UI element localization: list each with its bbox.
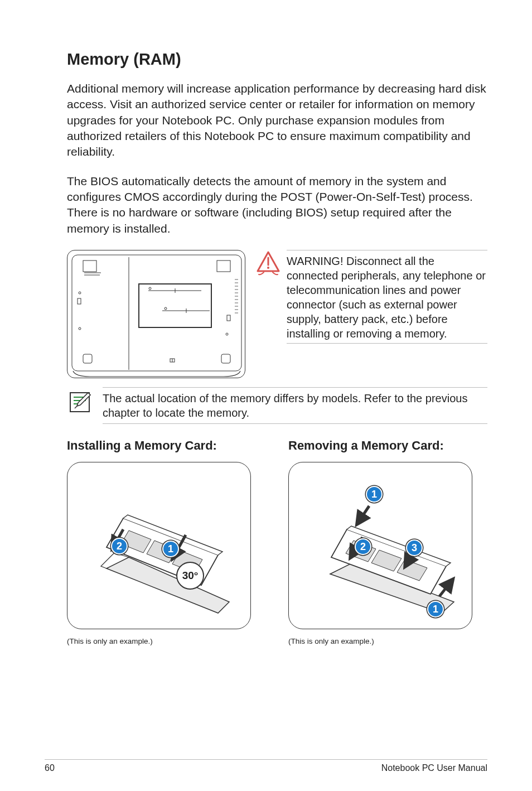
- svg-point-6: [149, 287, 151, 290]
- step-badge-1: 1: [162, 541, 179, 557]
- svg-point-23: [79, 292, 81, 294]
- section-heading: Memory (RAM): [67, 50, 487, 69]
- remove-memory-diagram: 1 2 3 1: [288, 462, 472, 629]
- warning-icon: [255, 250, 281, 278]
- svg-point-7: [165, 307, 167, 310]
- intro-paragraph-2: The BIOS automatically detects the amoun…: [67, 173, 487, 237]
- remove-caption: (This is only an example.): [288, 637, 487, 645]
- angle-badge: 30°: [176, 562, 204, 590]
- footer-page-number: 60: [45, 763, 55, 773]
- step-badge-3: 3: [406, 539, 423, 556]
- step-badge-2: 2: [111, 538, 128, 554]
- note-icon: [67, 387, 93, 417]
- svg-point-24: [79, 327, 81, 330]
- step-badge-2: 2: [355, 538, 371, 555]
- svg-rect-27: [78, 298, 81, 304]
- svg-rect-11: [217, 261, 230, 272]
- svg-rect-0: [72, 255, 241, 371]
- svg-rect-28: [83, 354, 92, 363]
- svg-point-25: [226, 333, 228, 335]
- install-heading: Installing a Memory Card:: [67, 438, 266, 453]
- laptop-bottom-diagram: [67, 250, 245, 378]
- install-memory-diagram: 2 1 30°: [67, 462, 251, 629]
- footer-manual-title: Notebook PC User Manual: [381, 763, 487, 773]
- step-badge-1-top: 1: [366, 486, 383, 503]
- svg-rect-29: [221, 354, 230, 363]
- svg-rect-8: [83, 261, 96, 272]
- svg-rect-26: [227, 315, 230, 321]
- svg-point-34: [267, 267, 269, 269]
- intro-paragraph-1: Additional memory will increase applicat…: [67, 81, 487, 160]
- step-badge-1-bottom: 1: [427, 601, 444, 618]
- install-caption: (This is only an example.): [67, 637, 266, 645]
- note-text: The actual location of the memory differ…: [103, 387, 487, 424]
- warning-text: WARNING! Disconnect all the connected pe…: [287, 250, 487, 344]
- remove-heading: Removing a Memory Card:: [288, 438, 487, 453]
